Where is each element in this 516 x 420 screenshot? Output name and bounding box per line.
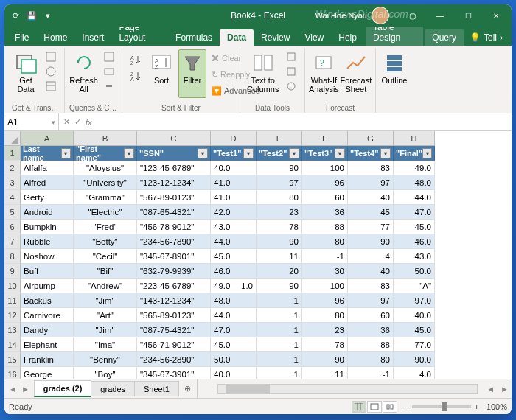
minimize-button[interactable]: — [428,4,453,27]
table-cell[interactable]: "Benny" [74,352,137,367]
table-cell[interactable]: "Jim" [74,293,137,308]
table-cell[interactable]: 41.0 [211,175,257,190]
table-cell[interactable]: "Gramma" [74,190,137,205]
flash-fill-button[interactable] [284,49,299,64]
save-icon[interactable]: 💾 [27,10,37,21]
sheet-nav-next-icon[interactable]: ► [20,383,31,395]
table-cell[interactable]: 43.0 [394,249,435,264]
table-cell[interactable]: 40.0 [394,308,435,323]
col-header-H[interactable]: H [394,131,435,146]
table-cell[interactable]: 1 [257,367,302,379]
scroll-left-icon[interactable]: ◄ [484,385,498,393]
table-cell[interactable]: 77 [348,220,394,234]
tab-query[interactable]: Query [425,29,464,46]
get-data-button[interactable]: Get Data [12,49,40,98]
table-cell[interactable]: 60 [348,308,394,323]
table-cell[interactable]: 42.0 [211,205,257,220]
table-cell[interactable]: 78 [302,337,348,352]
table-header-0[interactable]: Last name▾ [21,146,74,161]
row-header-10[interactable]: 10 [4,279,21,293]
zoom-slider[interactable] [412,405,471,408]
table-cell[interactable]: Noshow [21,249,74,264]
zoom-out-button[interactable]: − [405,402,409,411]
filter-dropdown-icon[interactable]: ▾ [422,148,432,158]
edit-links-button[interactable] [101,79,117,94]
fx-button[interactable]: fx [86,118,92,127]
table-cell[interactable]: 90 [302,352,348,367]
table-cell[interactable]: "087-75-4321" [137,323,211,337]
row-header-11[interactable]: 11 [4,293,21,308]
row-header-8[interactable]: 8 [4,249,21,264]
table-cell[interactable]: "Electric" [74,205,137,220]
table-cell[interactable]: 1 [257,337,302,352]
table-cell[interactable]: 36 [302,205,348,220]
filter-dropdown-icon[interactable]: ▾ [61,148,71,158]
outline-button[interactable]: Outline [380,49,408,98]
col-header-C[interactable]: C [137,131,211,146]
table-header-3[interactable]: "Test1"▾ [211,146,257,161]
table-cell[interactable]: Buff [21,264,74,279]
zoom-level[interactable]: 100% [487,402,507,411]
table-cell[interactable]: "Cecil" [74,249,137,264]
col-header-F[interactable]: F [302,131,348,146]
whatif-button[interactable]: ? What-If Analysis [310,49,338,98]
name-box[interactable]: A1 ▾ [4,113,59,130]
table-cell[interactable]: 1 [257,352,302,367]
table-cell[interactable]: "Art" [74,308,137,323]
row-header-15[interactable]: 15 [4,352,21,367]
table-cell[interactable]: Backus [21,293,74,308]
table-cell[interactable]: "456-78-9012" [137,220,211,234]
table-cell[interactable]: 40.0 [211,161,257,175]
row-header-14[interactable]: 14 [4,337,21,352]
filter-dropdown-icon[interactable]: ▾ [243,148,254,158]
table-cell[interactable]: 60 [302,190,348,205]
scroll-right-icon[interactable]: ► [498,385,512,393]
table-cell[interactable]: Bumpkin [21,220,74,234]
table-header-7[interactable]: "Final"▾ [394,146,435,161]
row-header-4[interactable]: 4 [4,190,21,205]
row-header-6[interactable]: 6 [4,220,21,234]
table-cell[interactable]: 43.0 [211,220,257,234]
sheet-tab-sheet1[interactable]: Sheet1 [134,381,179,396]
sheet-tab-grades[interactable]: grades [91,381,135,396]
table-header-2[interactable]: "SSN"▾ [137,146,211,161]
sort-button[interactable]: AZ Sort [147,49,175,98]
table-cell[interactable]: "Bif" [74,264,137,279]
table-cell[interactable]: Gerty [21,190,74,205]
table-cell[interactable]: 36 [348,323,394,337]
table-cell[interactable]: 46.0 [211,264,257,279]
tab-help[interactable]: Help [331,29,364,46]
table-cell[interactable]: 97.0 [394,293,435,308]
table-cell[interactable]: 100 [302,161,348,175]
row-header-12[interactable]: 12 [4,308,21,323]
maximize-button[interactable]: ☐ [456,4,481,27]
spreadsheet-grid[interactable]: ABCDEFGH1Last name▾"First name"▾"SSN"▾"T… [4,131,512,379]
table-cell[interactable]: 44.0 [211,234,257,249]
table-cell[interactable]: "345-67-3901" [137,367,211,379]
table-cell[interactable]: 80 [348,352,394,367]
table-cell[interactable]: 96 [302,293,348,308]
new-sheet-button[interactable]: ⊕ [178,381,197,396]
table-cell[interactable]: 23 [257,205,302,220]
filter-dropdown-icon[interactable]: ▾ [124,148,134,158]
table-cell[interactable]: 47.0 [394,205,435,220]
sort-za-button[interactable]: ZA [127,69,144,83]
page-break-view-button[interactable] [383,401,397,413]
table-header-4[interactable]: "Test2"▾ [257,146,302,161]
table-cell[interactable]: 1 [257,293,302,308]
table-cell[interactable]: 45.0 [211,249,257,264]
close-button[interactable]: ✕ [484,4,509,27]
data-validation-button[interactable] [284,79,299,94]
table-cell[interactable]: "567-89-0123" [137,190,211,205]
sort-az-button[interactable]: AZ [127,52,144,67]
table-cell[interactable]: 20 [257,264,302,279]
col-header-A[interactable]: A [21,131,74,146]
filter-dropdown-icon[interactable]: ▾ [198,148,208,158]
row-header-7[interactable]: 7 [4,234,21,249]
table-cell[interactable]: "Aloysius" [74,161,137,175]
sheet-tab-grades2[interactable]: grades (2) [34,380,92,397]
table-cell[interactable]: 97 [257,175,302,190]
table-cell[interactable]: 45.0 [394,220,435,234]
table-cell[interactable]: "123-12-1234" [137,175,211,190]
formula-input[interactable] [97,117,512,127]
